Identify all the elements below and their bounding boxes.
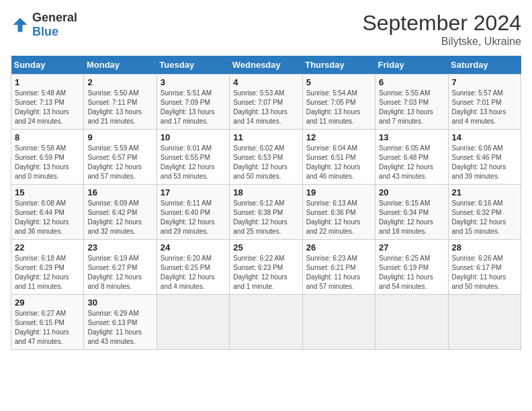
- logo-text-general: General: [32, 11, 77, 24]
- day-number: 22: [15, 242, 80, 253]
- day-number: 23: [87, 242, 152, 253]
- day-number: 11: [233, 132, 298, 142]
- calendar-cell: 6Sunrise: 5:55 AM Sunset: 7:03 PM Daylig…: [375, 75, 448, 130]
- calendar-cell: 3Sunrise: 5:51 AM Sunset: 7:09 PM Daylig…: [157, 75, 229, 130]
- logo: General Blue: [11, 11, 77, 39]
- day-info: Sunrise: 5:55 AM Sunset: 7:03 PM Dayligh…: [379, 89, 444, 126]
- calendar-cell: [302, 295, 375, 350]
- logo-icon: [11, 15, 30, 34]
- calendar-cell: 28Sunrise: 6:26 AM Sunset: 6:17 PM Dayli…: [448, 240, 521, 295]
- day-number: 28: [452, 242, 517, 253]
- day-number: 5: [306, 77, 371, 87]
- day-number: 3: [161, 77, 226, 87]
- day-info: Sunrise: 6:22 AM Sunset: 6:23 PM Dayligh…: [233, 254, 298, 291]
- day-info: Sunrise: 6:04 AM Sunset: 6:51 PM Dayligh…: [306, 144, 371, 181]
- calendar-cell: [448, 295, 521, 350]
- day-info: Sunrise: 6:11 AM Sunset: 6:40 PM Dayligh…: [161, 199, 226, 236]
- day-header-friday: Friday: [375, 56, 448, 75]
- day-header-wednesday: Wednesday: [230, 56, 302, 75]
- calendar-cell: 14Sunrise: 6:06 AM Sunset: 6:46 PM Dayli…: [448, 130, 521, 185]
- day-info: Sunrise: 5:54 AM Sunset: 7:05 PM Dayligh…: [306, 89, 371, 126]
- calendar-cell: 12Sunrise: 6:04 AM Sunset: 6:51 PM Dayli…: [302, 130, 375, 185]
- calendar-cell: 26Sunrise: 6:23 AM Sunset: 6:21 PM Dayli…: [302, 240, 375, 295]
- day-info: Sunrise: 6:12 AM Sunset: 6:38 PM Dayligh…: [233, 199, 298, 236]
- calendar-cell: 29Sunrise: 6:27 AM Sunset: 6:15 PM Dayli…: [11, 295, 84, 350]
- day-number: 1: [15, 77, 80, 87]
- day-number: 20: [379, 187, 444, 197]
- calendar-cell: [375, 295, 448, 350]
- day-number: 6: [379, 77, 444, 87]
- day-info: Sunrise: 6:15 AM Sunset: 6:34 PM Dayligh…: [379, 199, 444, 236]
- calendar-cell: 16Sunrise: 6:09 AM Sunset: 6:42 PM Dayli…: [84, 185, 157, 240]
- calendar-cell: 20Sunrise: 6:15 AM Sunset: 6:34 PM Dayli…: [375, 185, 448, 240]
- calendar-cell: 22Sunrise: 6:18 AM Sunset: 6:29 PM Dayli…: [11, 240, 84, 295]
- day-number: 21: [452, 187, 517, 197]
- day-info: Sunrise: 5:59 AM Sunset: 6:57 PM Dayligh…: [87, 144, 152, 181]
- day-info: Sunrise: 5:53 AM Sunset: 7:07 PM Dayligh…: [233, 89, 298, 126]
- calendar-week-row: 1Sunrise: 5:48 AM Sunset: 7:13 PM Daylig…: [11, 75, 521, 130]
- day-info: Sunrise: 6:23 AM Sunset: 6:21 PM Dayligh…: [306, 254, 371, 291]
- calendar-cell: 18Sunrise: 6:12 AM Sunset: 6:38 PM Dayli…: [230, 185, 302, 240]
- calendar-title: September 2024: [362, 11, 521, 36]
- day-number: 13: [379, 132, 444, 142]
- svg-marker-0: [13, 18, 28, 32]
- day-info: Sunrise: 6:20 AM Sunset: 6:25 PM Dayligh…: [161, 254, 226, 291]
- day-number: 30: [87, 298, 152, 308]
- day-info: Sunrise: 6:02 AM Sunset: 6:53 PM Dayligh…: [233, 144, 298, 181]
- calendar-cell: 7Sunrise: 5:57 AM Sunset: 7:01 PM Daylig…: [448, 75, 521, 130]
- calendar-cell: 5Sunrise: 5:54 AM Sunset: 7:05 PM Daylig…: [302, 75, 375, 130]
- calendar-cell: 10Sunrise: 6:01 AM Sunset: 6:55 PM Dayli…: [157, 130, 229, 185]
- calendar-week-row: 8Sunrise: 5:58 AM Sunset: 6:59 PM Daylig…: [11, 130, 521, 185]
- calendar-cell: 27Sunrise: 6:25 AM Sunset: 6:19 PM Dayli…: [375, 240, 448, 295]
- calendar-cell: 21Sunrise: 6:16 AM Sunset: 6:32 PM Dayli…: [448, 185, 521, 240]
- day-info: Sunrise: 6:06 AM Sunset: 6:46 PM Dayligh…: [452, 144, 517, 181]
- day-number: 15: [15, 187, 80, 197]
- day-number: 19: [306, 187, 371, 197]
- day-header-sunday: Sunday: [11, 56, 84, 75]
- day-info: Sunrise: 5:48 AM Sunset: 7:13 PM Dayligh…: [15, 89, 80, 126]
- calendar-subtitle: Bilytske, Ukraine: [362, 36, 521, 48]
- day-number: 2: [87, 77, 152, 87]
- calendar-cell: 15Sunrise: 6:08 AM Sunset: 6:44 PM Dayli…: [11, 185, 84, 240]
- day-info: Sunrise: 5:50 AM Sunset: 7:11 PM Dayligh…: [87, 89, 152, 126]
- day-info: Sunrise: 6:05 AM Sunset: 6:48 PM Dayligh…: [379, 144, 444, 181]
- calendar-cell: 23Sunrise: 6:19 AM Sunset: 6:27 PM Dayli…: [84, 240, 157, 295]
- day-number: 18: [233, 187, 298, 197]
- day-number: 12: [306, 132, 371, 142]
- calendar-cell: 8Sunrise: 5:58 AM Sunset: 6:59 PM Daylig…: [11, 130, 84, 185]
- calendar-cell: 25Sunrise: 6:22 AM Sunset: 6:23 PM Dayli…: [230, 240, 302, 295]
- calendar-cell: [157, 295, 229, 350]
- calendar-cell: [230, 295, 302, 350]
- day-info: Sunrise: 6:25 AM Sunset: 6:19 PM Dayligh…: [379, 254, 444, 291]
- day-number: 26: [306, 242, 371, 253]
- day-info: Sunrise: 6:01 AM Sunset: 6:55 PM Dayligh…: [161, 144, 226, 181]
- calendar-week-row: 15Sunrise: 6:08 AM Sunset: 6:44 PM Dayli…: [11, 185, 521, 240]
- day-info: Sunrise: 5:57 AM Sunset: 7:01 PM Dayligh…: [452, 89, 517, 126]
- calendar-cell: 9Sunrise: 5:59 AM Sunset: 6:57 PM Daylig…: [84, 130, 157, 185]
- day-info: Sunrise: 6:08 AM Sunset: 6:44 PM Dayligh…: [15, 199, 80, 236]
- day-info: Sunrise: 5:58 AM Sunset: 6:59 PM Dayligh…: [15, 144, 80, 181]
- calendar-cell: 30Sunrise: 6:29 AM Sunset: 6:13 PM Dayli…: [84, 295, 157, 350]
- day-header-tuesday: Tuesday: [157, 56, 229, 75]
- day-info: Sunrise: 6:18 AM Sunset: 6:29 PM Dayligh…: [15, 254, 80, 291]
- day-header-monday: Monday: [84, 56, 157, 75]
- calendar-cell: 19Sunrise: 6:13 AM Sunset: 6:36 PM Dayli…: [302, 185, 375, 240]
- day-info: Sunrise: 6:27 AM Sunset: 6:15 PM Dayligh…: [15, 309, 80, 347]
- calendar-week-row: 22Sunrise: 6:18 AM Sunset: 6:29 PM Dayli…: [11, 240, 521, 295]
- calendar-table: SundayMondayTuesdayWednesdayThursdayFrid…: [11, 56, 521, 350]
- day-info: Sunrise: 6:16 AM Sunset: 6:32 PM Dayligh…: [452, 199, 517, 236]
- day-info: Sunrise: 5:51 AM Sunset: 7:09 PM Dayligh…: [161, 89, 226, 126]
- day-number: 29: [15, 298, 80, 308]
- day-number: 10: [161, 132, 226, 142]
- calendar-cell: 1Sunrise: 5:48 AM Sunset: 7:13 PM Daylig…: [11, 75, 84, 130]
- day-number: 25: [233, 242, 298, 253]
- calendar-cell: 4Sunrise: 5:53 AM Sunset: 7:07 PM Daylig…: [230, 75, 302, 130]
- calendar-cell: 2Sunrise: 5:50 AM Sunset: 7:11 PM Daylig…: [84, 75, 157, 130]
- title-block: September 2024 Bilytske, Ukraine: [362, 11, 521, 48]
- day-number: 14: [452, 132, 517, 142]
- calendar-cell: 11Sunrise: 6:02 AM Sunset: 6:53 PM Dayli…: [230, 130, 302, 185]
- day-number: 9: [87, 132, 152, 142]
- day-header-saturday: Saturday: [448, 56, 521, 75]
- day-number: 17: [161, 187, 226, 197]
- calendar-header-row: SundayMondayTuesdayWednesdayThursdayFrid…: [11, 56, 521, 75]
